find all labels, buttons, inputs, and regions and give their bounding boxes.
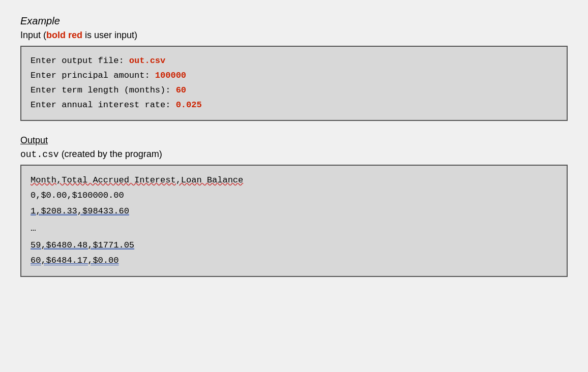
line2-value: 100000 <box>155 71 186 80</box>
csv-row-0-text: 0,$0.00,$100000.00 <box>31 191 124 200</box>
input-description: Input (bold red is user input) <box>20 30 568 41</box>
csv-header-text: Month,Total Accrued Interest,Loan Balanc… <box>31 175 243 185</box>
csv-row-60: 60,$6484.17,$0.00 <box>31 253 557 269</box>
terminal-line-4: Enter annual interest rate: 0.025 <box>31 98 557 113</box>
line4-prefix: Enter annual interest rate: <box>31 100 176 110</box>
csv-row-1: 1,$208.33,$98433.60 <box>31 204 557 220</box>
csv-ellipsis: … <box>31 220 557 236</box>
csv-ellipsis-text: … <box>31 223 36 233</box>
input-prefix: Input ( <box>20 30 46 40</box>
line1-prefix: Enter output file: <box>31 56 129 66</box>
created-text: (created by the program) <box>59 149 162 159</box>
csv-row-60-text: 60,$6484.17,$0.00 <box>31 256 119 265</box>
line4-value: 0.025 <box>176 100 202 110</box>
terminal-line-3: Enter term length (months): 60 <box>31 83 557 98</box>
line3-prefix: Enter term length (months): <box>31 85 176 95</box>
csv-row-0: 0,$0.00,$100000.00 <box>31 188 557 204</box>
example-label: Example <box>20 15 568 27</box>
csv-row-1-text: 1,$208.33,$98433.60 <box>31 206 129 216</box>
output-filename: out.csv <box>20 149 59 160</box>
line1-value: out.csv <box>129 56 165 66</box>
bold-red-label: bold red <box>46 30 82 40</box>
example-section: Example Input (bold red is user input) E… <box>20 15 568 121</box>
csv-output-box: Month,Total Accrued Interest,Loan Balanc… <box>20 165 568 277</box>
output-filename-line: out.csv (created by the program) <box>20 149 568 160</box>
input-terminal-box: Enter output file: out.csv Enter princip… <box>20 46 568 121</box>
terminal-line-2: Enter principal amount: 100000 <box>31 69 557 83</box>
csv-row-59: 59,$6480.48,$1771.05 <box>31 238 557 254</box>
csv-row-59-text: 59,$6480.48,$1771.05 <box>31 240 134 250</box>
output-section: Output out.csv (created by the program) … <box>20 135 568 277</box>
input-suffix: is user input) <box>82 30 137 40</box>
output-label: Output <box>20 135 568 146</box>
csv-header-row: Month,Total Accrued Interest,Loan Balanc… <box>31 173 557 189</box>
terminal-line-1: Enter output file: out.csv <box>31 54 557 69</box>
line3-value: 60 <box>176 85 186 95</box>
line2-prefix: Enter principal amount: <box>31 71 155 80</box>
